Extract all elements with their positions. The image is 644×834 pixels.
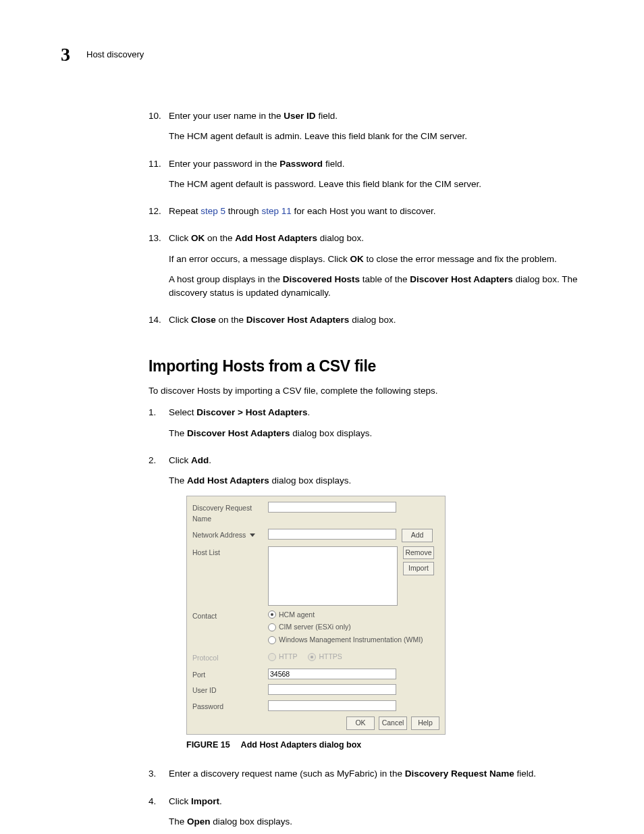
network-address-input[interactable]	[268, 529, 396, 540]
label-contact: Contact	[192, 610, 268, 622]
label-user-id: User ID	[192, 684, 268, 696]
network-address-combo[interactable]: Network Address	[192, 529, 268, 541]
figure-caption: FIGURE 15Add Host Adapters dialog box	[186, 739, 583, 752]
add-host-adapters-dialog: Discovery Request Name Network Address A…	[186, 496, 446, 734]
chapter-number: 3	[61, 41, 70, 69]
step-2: 2. Click Add. The Add Host Adapters dial…	[149, 454, 583, 761]
import-button[interactable]: Import	[403, 562, 434, 575]
discovery-request-name-input[interactable]	[268, 502, 396, 513]
link-step-11[interactable]: step 11	[261, 206, 291, 216]
step-13: 13. Click OK on the Add Host Adapters di…	[149, 232, 583, 307]
user-id-input[interactable]	[268, 684, 396, 695]
label-host-list: Host List	[192, 546, 268, 558]
page-header: 3 Host discovery	[61, 41, 583, 69]
remove-button[interactable]: Remove	[403, 546, 434, 560]
step-4: 4. Click Import. The Open dialog box dis…	[149, 795, 583, 835]
cancel-button[interactable]: Cancel	[379, 716, 407, 730]
help-button[interactable]: Help	[411, 716, 439, 730]
password-input[interactable]	[268, 700, 396, 711]
label-port: Port	[192, 669, 268, 681]
chevron-down-icon	[250, 533, 255, 537]
host-list-box[interactable]	[268, 546, 398, 606]
label-password: Password	[192, 700, 268, 712]
step-12: 12. Repeat step 5 through step 11 for ea…	[149, 205, 583, 225]
step-11: 11. Enter your password in the Password …	[149, 157, 583, 199]
radio-cim-server[interactable]: CIM server (ESXi only)	[268, 622, 439, 633]
header-title: Host discovery	[86, 48, 144, 61]
steps-import: 1. Select Discover > Host Adapters. The …	[149, 406, 583, 834]
steps-continued: 10. Enter your user name in the User ID …	[149, 109, 583, 334]
ok-button[interactable]: OK	[346, 716, 375, 730]
radio-https	[308, 653, 316, 661]
label-discovery-request-name: Discovery Request Name	[192, 502, 268, 525]
step-3: 3. Enter a discovery request name (such …	[149, 767, 583, 787]
step-1: 1. Select Discover > Host Adapters. The …	[149, 406, 583, 447]
radio-wmi[interactable]: Windows Management Instrumentation (WMI)	[268, 635, 439, 646]
step-14: 14. Click Close on the Discover Host Ada…	[149, 313, 583, 334]
section-heading: Importing Hosts from a CSV file	[149, 355, 583, 378]
step-10: 10. Enter your user name in the User ID …	[149, 109, 583, 151]
radio-hcm-agent[interactable]: HCM agent	[268, 610, 439, 621]
link-step-5[interactable]: step 5	[200, 206, 225, 216]
port-input[interactable]	[268, 669, 396, 679]
add-button[interactable]: Add	[402, 529, 433, 542]
section-intro: To discover Hosts by importing a CSV fil…	[149, 384, 583, 398]
radio-http	[268, 653, 276, 661]
label-protocol: Protocol	[192, 652, 268, 664]
